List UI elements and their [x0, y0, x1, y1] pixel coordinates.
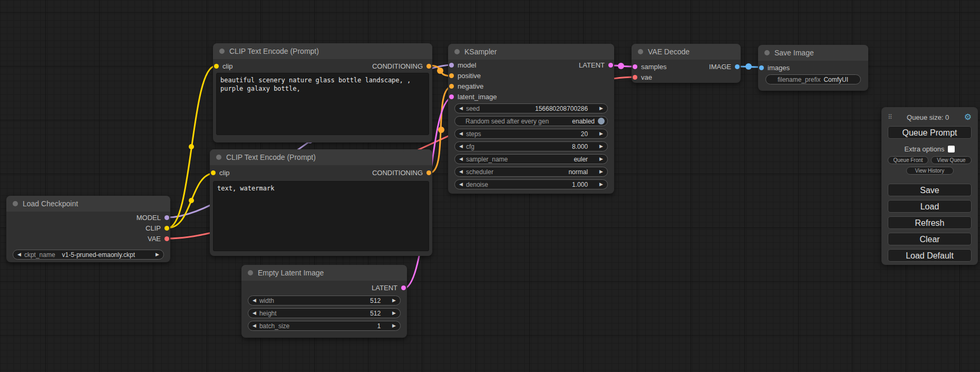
increment-icon[interactable]: ▶: [599, 182, 603, 187]
decrement-icon[interactable]: ◀: [459, 144, 463, 149]
positive-input-port[interactable]: [449, 73, 454, 78]
node-vae-decode-titlebar[interactable]: VAE Decode: [632, 44, 741, 60]
node-clip-negative-titlebar[interactable]: CLIP Text Encode (Prompt): [210, 149, 432, 165]
decrement-icon[interactable]: ◀: [253, 311, 256, 316]
link-image-dot: [745, 63, 752, 70]
vae-output-port[interactable]: [164, 236, 169, 241]
width-widget[interactable]: ◀ width 512 ▶: [248, 295, 401, 306]
clip-input-port[interactable]: [214, 64, 219, 69]
queue-prompt-button[interactable]: Queue Prompt: [888, 126, 972, 139]
toggle-enabled-icon[interactable]: [598, 118, 605, 125]
decrement-icon[interactable]: ◀: [253, 323, 256, 328]
model-output-port[interactable]: [164, 215, 169, 220]
random-seed-toggle-widget[interactable]: Random seed after every gen enabled: [454, 116, 608, 126]
decrement-icon[interactable]: ◀: [459, 169, 463, 174]
view-history-button[interactable]: View History: [906, 167, 954, 175]
clip-output-port[interactable]: [164, 226, 169, 231]
node-vae-decode[interactable]: VAE Decode samples IMAGE vae: [632, 44, 741, 83]
ckpt-name-widget[interactable]: ◀ ckpt_name v1-5-pruned-emaonly.ckpt ▶: [13, 250, 164, 260]
widget-label: cfg: [466, 143, 474, 150]
node-graph-canvas[interactable]: Load Checkpoint MODEL CLIP VAE ◀ ckpt_na…: [0, 0, 980, 372]
increment-icon[interactable]: ▶: [599, 106, 603, 111]
decrement-icon[interactable]: ◀: [253, 298, 256, 303]
increment-icon[interactable]: ▶: [392, 311, 396, 316]
model-input-label: model: [458, 61, 476, 69]
negative-input-port[interactable]: [449, 84, 454, 89]
collapse-dot-icon[interactable]: [454, 49, 460, 54]
view-queue-button[interactable]: View Queue: [931, 156, 972, 164]
batch-size-widget[interactable]: ◀ batch_size 1 ▶: [248, 321, 401, 331]
latent-image-input-port[interactable]: [449, 94, 454, 99]
increment-icon[interactable]: ▶: [156, 252, 159, 257]
decrement-icon[interactable]: ◀: [459, 131, 463, 136]
node-ksampler[interactable]: KSampler model LATENT positive negative …: [448, 44, 614, 194]
node-ksampler-titlebar[interactable]: KSampler: [448, 44, 614, 60]
link-clip-positive-dot: [189, 144, 194, 149]
sampler-name-widget[interactable]: ◀ sampler_name euler ▶: [454, 154, 608, 164]
collapse-dot-icon[interactable]: [219, 49, 225, 54]
latent-image-input-label: latent_image: [458, 93, 497, 101]
latent-output-port[interactable]: [401, 285, 406, 290]
image-output-port[interactable]: [735, 64, 740, 69]
node-save-image-titlebar[interactable]: Save Image: [758, 45, 868, 61]
scheduler-widget[interactable]: ◀ scheduler normal ▶: [454, 167, 608, 177]
cfg-widget[interactable]: ◀ cfg 8.000 ▶: [454, 141, 608, 151]
clip-input-label: clip: [222, 62, 233, 70]
collapse-dot-icon[interactable]: [13, 201, 18, 206]
collapse-dot-icon[interactable]: [216, 155, 221, 160]
collapse-dot-icon[interactable]: [638, 49, 643, 54]
clear-button[interactable]: Clear: [888, 233, 972, 245]
node-clip-text-encode-negative[interactable]: CLIP Text Encode (Prompt) clip CONDITION…: [210, 149, 432, 256]
node-title: CLIP Text Encode (Prompt): [229, 47, 319, 55]
steps-widget[interactable]: ◀ steps 20 ▶: [454, 129, 608, 139]
node-clip-positive-titlebar[interactable]: CLIP Text Encode (Prompt): [213, 43, 432, 59]
increment-icon[interactable]: ▶: [392, 323, 396, 328]
conditioning-output-port[interactable]: [426, 170, 431, 175]
extra-options-checkbox[interactable]: [948, 146, 955, 152]
positive-prompt-textarea[interactable]: beautiful scenery nature glass bottle la…: [216, 73, 429, 135]
increment-icon[interactable]: ▶: [599, 144, 603, 149]
decrement-icon[interactable]: ◀: [459, 182, 463, 187]
collapse-dot-icon[interactable]: [764, 50, 770, 55]
seed-widget[interactable]: ◀ seed 156680208700286 ▶: [454, 103, 608, 113]
increment-icon[interactable]: ▶: [392, 298, 396, 303]
queue-front-button[interactable]: Queue Front: [888, 156, 928, 164]
samples-input-port[interactable]: [633, 64, 637, 69]
load-button[interactable]: Load: [888, 200, 972, 213]
refresh-button[interactable]: Refresh: [888, 216, 972, 229]
increment-icon[interactable]: ▶: [599, 169, 603, 174]
vae-input-label: vae: [641, 73, 652, 81]
clip-input-port[interactable]: [211, 170, 216, 175]
decrement-icon[interactable]: ◀: [459, 157, 463, 161]
queue-size-label: Queue size: 0: [892, 113, 964, 121]
node-empty-latent-titlebar[interactable]: Empty Latent Image: [241, 265, 407, 281]
vae-output-label: VAE: [148, 235, 161, 243]
denoise-widget[interactable]: ◀ denoise 1.000 ▶: [454, 179, 608, 189]
drag-handle-icon[interactable]: ⠿: [888, 113, 892, 121]
widget-label: steps: [466, 130, 481, 138]
images-input-port[interactable]: [759, 65, 764, 70]
node-load-checkpoint[interactable]: Load Checkpoint MODEL CLIP VAE ◀ ckpt_na…: [6, 196, 170, 262]
latent-output-port[interactable]: [608, 63, 613, 68]
conditioning-output-port[interactable]: [426, 64, 431, 69]
collapse-dot-icon[interactable]: [248, 270, 253, 275]
node-save-image[interactable]: Save Image images filename_prefix ComfyU…: [758, 45, 868, 91]
negative-prompt-textarea[interactable]: text, watermark: [213, 181, 429, 251]
gear-icon[interactable]: ⚙: [964, 113, 972, 121]
node-title: Save Image: [774, 49, 814, 57]
save-button[interactable]: Save: [888, 184, 972, 196]
node-empty-latent-image[interactable]: Empty Latent Image LATENT ◀ width 512 ▶ …: [241, 265, 407, 338]
decrement-icon[interactable]: ◀: [459, 106, 463, 111]
height-widget[interactable]: ◀ height 512 ▶: [248, 308, 401, 318]
model-input-port[interactable]: [449, 63, 454, 68]
decrement-icon[interactable]: ◀: [17, 252, 21, 257]
vae-input-port[interactable]: [633, 75, 637, 80]
clip-output-label: CLIP: [145, 224, 161, 232]
increment-icon[interactable]: ▶: [599, 157, 603, 161]
node-clip-text-encode-positive[interactable]: CLIP Text Encode (Prompt) clip CONDITION…: [213, 43, 432, 142]
node-load-checkpoint-titlebar[interactable]: Load Checkpoint: [6, 196, 170, 212]
increment-icon[interactable]: ▶: [599, 131, 603, 136]
filename-prefix-widget[interactable]: filename_prefix ComfyUI: [765, 74, 861, 84]
load-default-button[interactable]: Load Default: [888, 249, 972, 262]
node-title: Empty Latent Image: [258, 269, 324, 277]
